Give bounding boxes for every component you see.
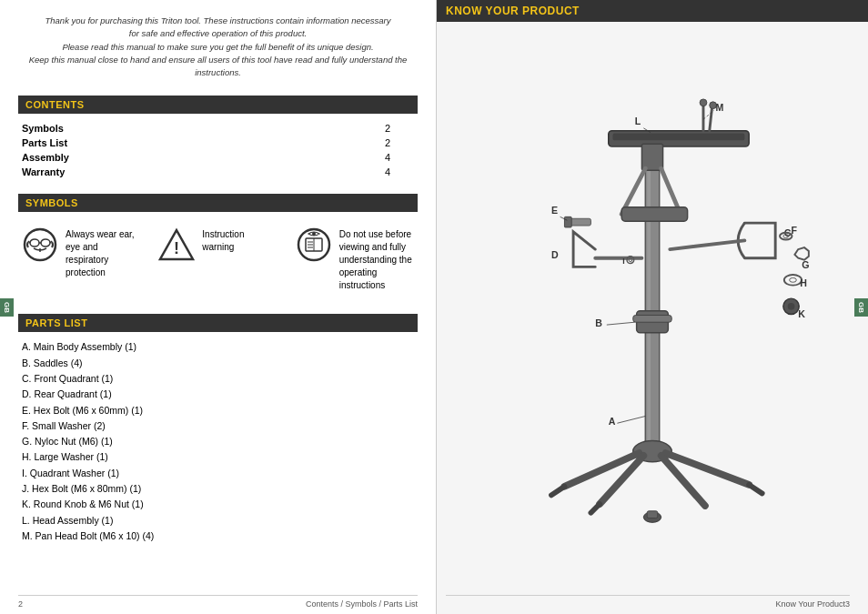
right-panel: GB KNOW YOUR PRODUCT	[437, 0, 868, 614]
contents-label: Assembly	[18, 150, 257, 165]
svg-point-57	[700, 98, 707, 106]
svg-line-24	[590, 504, 600, 513]
parts-list-item: G. Nyloc Nut (M6) (1)	[18, 434, 418, 449]
svg-rect-65	[647, 510, 658, 518]
svg-text:D: D	[551, 248, 559, 259]
svg-point-54	[788, 302, 795, 309]
left-panel: GB Thank you for purchasing this Triton …	[0, 0, 437, 614]
svg-text:A: A	[609, 416, 616, 427]
parts-list: A. Main Body Assembly (1)B. Saddles (4)C…	[18, 339, 418, 544]
svg-line-67	[661, 168, 679, 209]
pan-head-bolt-m: M	[700, 98, 723, 130]
svg-line-27	[617, 416, 645, 423]
svg-text:G: G	[802, 259, 809, 270]
contents-label: Warranty	[18, 165, 257, 179]
svg-rect-68	[621, 206, 687, 220]
svg-point-0	[25, 229, 56, 260]
parts-list-item: M. Pan Head Bolt (M6 x 10) (4)	[18, 528, 418, 544]
quadrant-washer-i: I	[622, 256, 634, 265]
hex-bolt-e: E	[551, 205, 590, 226]
parts-section: PARTS LIST A. Main Body Assembly (1)B. S…	[18, 314, 418, 544]
nyloc-nut-g: G	[794, 247, 809, 270]
svg-point-15	[312, 232, 316, 236]
product-svg: A B L	[479, 47, 825, 557]
contents-label: Parts List	[18, 136, 257, 150]
symbols-section: SYMBOLS	[18, 194, 418, 299]
parts-list-item: J. Hex Bolt (M6 x 80mm) (1)	[18, 481, 418, 497]
intro-line3: Please read this manual to make sure you…	[62, 42, 373, 52]
svg-rect-17	[647, 152, 651, 450]
svg-text:H: H	[800, 277, 807, 287]
contents-page: 2	[257, 121, 418, 136]
footer-text-left: Contents / Symbols / Parts List	[306, 599, 418, 609]
svg-text:B: B	[595, 317, 602, 328]
svg-marker-48	[794, 247, 808, 260]
svg-rect-42	[564, 216, 571, 227]
svg-line-20	[551, 486, 564, 495]
contents-label: Symbols	[18, 121, 257, 136]
svg-rect-29	[633, 315, 671, 322]
contents-table: Symbols2Parts List2Assembly4Warranty4	[18, 121, 418, 179]
svg-point-1	[30, 239, 39, 247]
contents-section: CONTENTS Symbols2Parts List2Assembly4War…	[18, 96, 418, 179]
parts-list-item: C. Front Quadrant (1)	[18, 371, 418, 387]
front-quadrant: C	[670, 223, 792, 258]
svg-text:I: I	[622, 256, 624, 265]
symbol-warning-text: Instruction warning	[202, 226, 277, 254]
contents-row: Warranty4	[18, 165, 418, 179]
symbol-safety: Always wear ear, eye and respiratory pro…	[22, 226, 140, 292]
safety-icon	[22, 226, 58, 263]
saddle-assembly: B	[595, 310, 671, 332]
parts-list-item: F. Small Washer (2)	[18, 418, 418, 434]
contents-row: Symbols2	[18, 121, 418, 136]
symbol-safety-text: Always wear ear, eye and respiratory pro…	[66, 226, 140, 279]
svg-text:M: M	[716, 101, 724, 112]
parts-list-item: D. Rear Quadrant (1)	[18, 387, 418, 402]
parts-header: PARTS LIST	[18, 314, 418, 332]
parts-list-item: I. Quadrant Washer (1)	[18, 466, 418, 481]
svg-line-31	[607, 322, 635, 325]
contents-header: CONTENTS	[18, 96, 418, 114]
right-footer: Know Your Product 3	[446, 595, 850, 609]
view-instructions-icon	[296, 226, 332, 263]
footer-text-right: Know Your Product	[775, 599, 845, 609]
svg-text:F: F	[792, 224, 798, 235]
rear-quadrant: D	[551, 231, 641, 267]
contents-page: 4	[257, 150, 418, 165]
contents-page: 2	[257, 136, 418, 150]
contents-row: Assembly4	[18, 150, 418, 165]
svg-point-51	[790, 277, 797, 282]
svg-text:E: E	[551, 205, 558, 216]
parts-list-item: B. Saddles (4)	[18, 356, 418, 371]
svg-text:!: !	[174, 239, 179, 257]
symbol-view-text: Do not use before viewing and fully unde…	[339, 226, 414, 292]
parts-list-item: K. Round Knob & M6 Nut (1)	[18, 497, 418, 512]
intro-text: Thank you for purchasing this Triton too…	[18, 9, 418, 85]
contents-page: 4	[257, 165, 418, 179]
svg-line-58	[710, 106, 712, 130]
footer-page-num-right: 3	[845, 599, 850, 609]
parts-list-item: H. Large Washer (1)	[18, 449, 418, 465]
warning-icon: !	[158, 226, 195, 263]
svg-point-2	[41, 239, 50, 247]
footer-page-num-left: 2	[18, 599, 23, 609]
symbol-view-instructions: Do not use before viewing and fully unde…	[296, 226, 414, 292]
parts-list-item: E. Hex Bolt (M6 x 60mm) (1)	[18, 403, 418, 418]
intro-line4: Keep this manual close to hand and ensur…	[29, 55, 408, 77]
svg-text:K: K	[798, 308, 805, 319]
page-footer-left: 2 Contents / Symbols / Parts List	[18, 595, 418, 609]
intro-line2: for safe and effective operation of this…	[129, 28, 307, 38]
svg-rect-34	[641, 144, 662, 170]
symbols-grid: Always wear ear, eye and respiratory pro…	[18, 219, 418, 299]
svg-line-38	[670, 240, 744, 249]
intro-line1: Thank you for purchasing this Triton too…	[45, 15, 390, 25]
parts-list-item: A. Main Body Assembly (1)	[18, 339, 418, 355]
product-diagram: A B L	[437, 22, 868, 581]
large-washer-h: H	[784, 275, 807, 288]
symbols-header: SYMBOLS	[18, 194, 418, 212]
round-knob-k: K	[783, 298, 805, 319]
foot-cap	[643, 510, 661, 522]
gb-badge-left: GB	[0, 298, 14, 317]
symbol-warning: ! Instruction warning	[158, 226, 277, 292]
head-assembly: L	[609, 115, 749, 169]
